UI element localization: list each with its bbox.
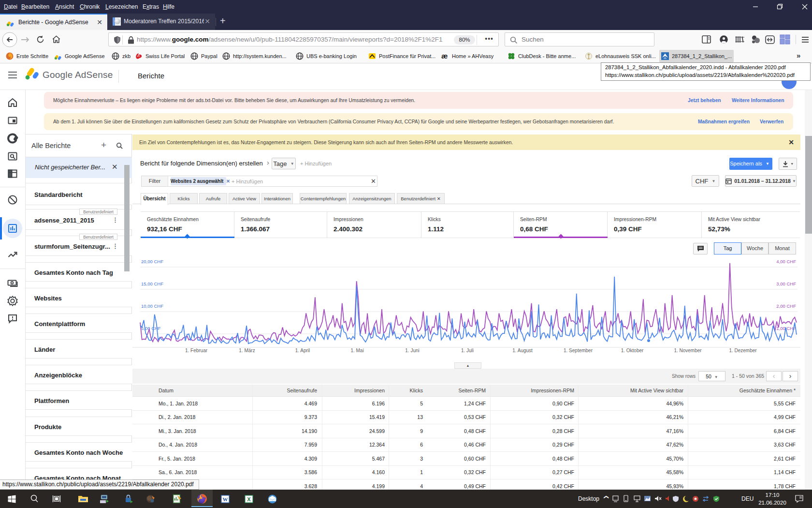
- svg-text:X: X: [247, 496, 251, 502]
- svg-text:W: W: [223, 496, 228, 502]
